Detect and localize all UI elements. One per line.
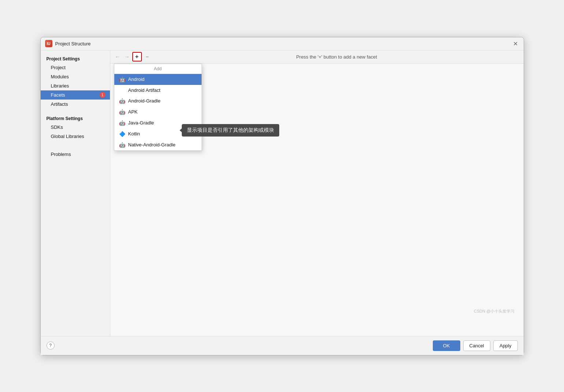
bottom-bar: ? OK Cancel Apply xyxy=(41,336,524,355)
platform-settings-label: Platform Settings xyxy=(41,113,110,123)
title-bar: IU Project Structure ✕ xyxy=(41,37,524,51)
title-bar-left: IU Project Structure xyxy=(45,40,91,47)
sidebar-item-facets[interactable]: Facets 1 xyxy=(41,90,110,100)
help-button[interactable]: ? xyxy=(47,341,55,350)
sidebar-item-libraries[interactable]: Libraries xyxy=(41,81,110,90)
sidebar-item-sdks-label: SDKs xyxy=(51,124,63,130)
sidebar: Project Settings Project Modules Librari… xyxy=(41,51,110,336)
sidebar-item-project[interactable]: Project xyxy=(41,63,110,72)
back-button[interactable]: ← xyxy=(113,52,122,61)
add-dropdown: Add 🤖 Android Android Artifact 🤖 Android… xyxy=(114,64,202,151)
remove-button[interactable]: − xyxy=(143,52,152,61)
facets-badge: 1 xyxy=(100,92,106,98)
dropdown-item-android-artifact-label: Android Artifact xyxy=(128,87,161,93)
dropdown-item-android-artifact[interactable]: Android Artifact xyxy=(114,85,202,96)
app-icon: IU xyxy=(45,40,52,47)
sidebar-item-artifacts-label: Artifacts xyxy=(51,101,68,107)
watermark: CSDN @小十头发学习 xyxy=(474,309,515,314)
sidebar-item-project-label: Project xyxy=(51,65,66,70)
panel-body: Add 🤖 Android Android Artifact 🤖 Android… xyxy=(110,64,524,336)
dropdown-item-apk[interactable]: 🤖 APK xyxy=(114,107,202,117)
right-panel: ← → + − Press the '+' button to add a ne… xyxy=(110,51,524,336)
dropdown-item-native-android-gradle-label: Native-Android-Gradle xyxy=(128,142,176,148)
dropdown-item-android-label: Android xyxy=(128,76,145,82)
dropdown-item-kotlin[interactable]: 🔷 Kotlin xyxy=(114,128,202,139)
sidebar-item-problems-label: Problems xyxy=(51,152,71,157)
forward-button[interactable]: → xyxy=(123,52,132,61)
sidebar-item-problems[interactable]: Problems xyxy=(41,150,110,159)
android-gradle-icon: 🤖 xyxy=(119,98,125,104)
dropdown-item-java-gradle[interactable]: 🤖 Java-Gradle xyxy=(114,117,202,128)
dropdown-header: Add xyxy=(114,64,202,74)
sidebar-item-global-libraries[interactable]: Global Libraries xyxy=(41,132,110,141)
android-icon: 🤖 xyxy=(119,76,125,82)
sidebar-item-libraries-label: Libraries xyxy=(51,83,69,89)
panel-toolbar: ← → + − Press the '+' button to add a ne… xyxy=(110,51,524,64)
java-gradle-icon: 🤖 xyxy=(119,120,125,126)
window-title: Project Structure xyxy=(55,41,91,46)
kotlin-icon: 🔷 xyxy=(119,131,125,137)
hint-text: Press the '+' button to add a new facet xyxy=(153,54,521,60)
close-button[interactable]: ✕ xyxy=(512,40,519,47)
apk-icon: 🤖 xyxy=(119,109,125,115)
dropdown-item-native-android-gradle[interactable]: 🤖 Native-Android-Gradle xyxy=(114,139,202,150)
sidebar-item-facets-label: Facets xyxy=(51,92,65,98)
sidebar-item-global-libraries-label: Global Libraries xyxy=(51,134,84,139)
sidebar-item-sdks[interactable]: SDKs xyxy=(41,123,110,132)
dropdown-item-kotlin-label: Kotlin xyxy=(128,131,140,137)
dropdown-container: Add 🤖 Android Android Artifact 🤖 Android… xyxy=(114,64,202,151)
dropdown-item-java-gradle-label: Java-Gradle xyxy=(128,120,154,126)
main-content: Project Settings Project Modules Librari… xyxy=(41,51,524,336)
apply-button[interactable]: Apply xyxy=(493,340,518,351)
sidebar-item-modules-label: Modules xyxy=(51,74,69,79)
bottom-left: ? xyxy=(47,341,55,350)
project-settings-label: Project Settings xyxy=(41,53,110,63)
native-android-gradle-icon: 🤖 xyxy=(119,142,125,148)
add-button[interactable]: + xyxy=(132,52,142,61)
sidebar-item-artifacts[interactable]: Artifacts xyxy=(41,100,110,109)
dropdown-item-apk-label: APK xyxy=(128,109,138,115)
sidebar-item-modules[interactable]: Modules xyxy=(41,72,110,81)
dropdown-item-android-gradle-label: Android-Gradle xyxy=(128,98,161,104)
project-structure-window: IU Project Structure ✕ Project Settings … xyxy=(40,37,524,355)
bottom-right: OK Cancel Apply xyxy=(433,340,518,351)
dropdown-item-android-gradle[interactable]: 🤖 Android-Gradle xyxy=(114,96,202,107)
ok-button[interactable]: OK xyxy=(433,340,460,351)
dropdown-item-android[interactable]: 🤖 Android xyxy=(114,74,202,85)
cancel-button[interactable]: Cancel xyxy=(463,340,490,351)
